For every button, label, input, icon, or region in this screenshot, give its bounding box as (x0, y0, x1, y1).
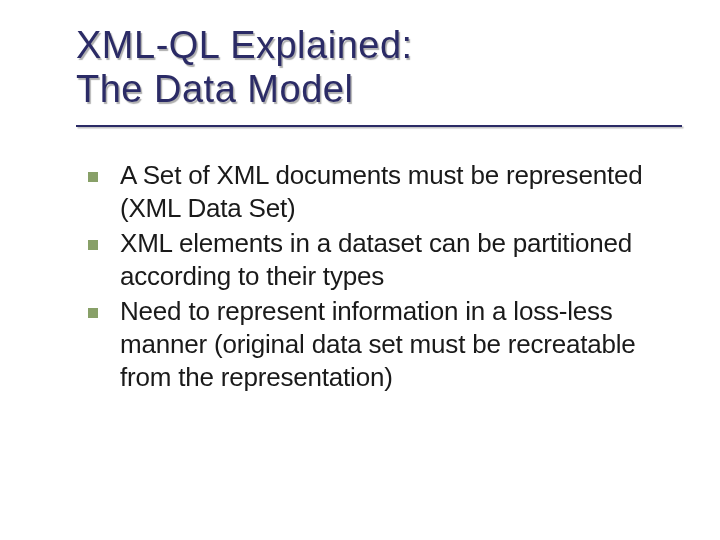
title-line-1: XML-QL Explained: (76, 24, 676, 68)
square-bullet-icon (88, 240, 98, 250)
slide: XML-QL Explained: The Data Model A Set o… (0, 0, 720, 426)
title-underline (76, 125, 682, 127)
square-bullet-icon (88, 308, 98, 318)
bullet-text: A Set of XML documents must be represent… (120, 159, 676, 225)
bullet-text: XML elements in a dataset can be partiti… (120, 227, 676, 293)
title-block: XML-QL Explained: The Data Model (76, 24, 676, 127)
list-item: A Set of XML documents must be represent… (88, 159, 676, 225)
title-line-2: The Data Model (76, 68, 676, 112)
square-bullet-icon (88, 172, 98, 182)
body-list: A Set of XML documents must be represent… (76, 149, 676, 394)
list-item: Need to represent information in a loss-… (88, 295, 676, 394)
bullet-text: Need to represent information in a loss-… (120, 295, 676, 394)
list-item: XML elements in a dataset can be partiti… (88, 227, 676, 293)
